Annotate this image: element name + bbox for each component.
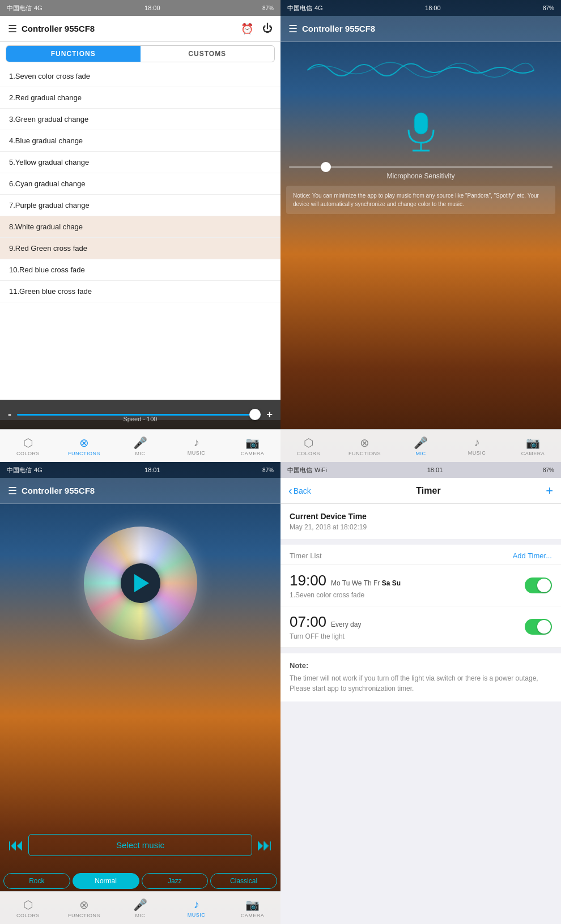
- music-genre-bar: Rock Normal Jazz Classical: [0, 873, 280, 889]
- functions-label-1: FUNCTIONS: [68, 451, 100, 456]
- speed-slider-thumb[interactable]: [249, 409, 261, 420]
- functions-label-2: FUNCTIONS: [348, 451, 381, 456]
- function-item[interactable]: 10.Red blue cross fade: [0, 259, 280, 281]
- select-music-btn[interactable]: Select music: [28, 834, 252, 856]
- music-prev-btn[interactable]: ⏮: [8, 836, 24, 854]
- mic-slider-thumb[interactable]: [321, 162, 331, 172]
- panel-music: 中国电信 4G 18:01 87% ☰ Controller 955CF8 ⏮ …: [0, 462, 280, 924]
- timer-2-action: Turn OFF the light: [290, 632, 525, 640]
- speed-increase-btn[interactable]: +: [266, 409, 273, 421]
- nav-camera-1[interactable]: 📷 CAMERA: [224, 430, 280, 462]
- nav-colors-1[interactable]: ⬡ COLORS: [0, 430, 56, 462]
- camera-icon-1: 📷: [245, 436, 260, 450]
- timer-1-days: Mo Tu We Th Fr Sa Su: [331, 579, 401, 587]
- panel-functions: 中国电信 4G 18:00 87% ☰ Controller 955CF8 ⏰ …: [0, 0, 280, 462]
- nav-camera-2[interactable]: 📷 CAMERA: [505, 430, 561, 462]
- functions-icon-1: ⊗: [79, 436, 89, 450]
- note-title: Note:: [290, 661, 552, 670]
- timer-2-toggle[interactable]: [525, 619, 552, 635]
- timer-2-time: 07:00: [290, 613, 326, 631]
- music-controls: ⏮ Select music ⏭: [0, 834, 280, 856]
- carrier-4: 中国电信: [287, 466, 312, 474]
- battery-1: 87%: [262, 5, 274, 11]
- nav-mic-3[interactable]: 🎤 MIC: [112, 892, 168, 924]
- time-1: 18:00: [144, 5, 160, 11]
- nav-mic-2[interactable]: 🎤 MIC: [393, 430, 449, 462]
- alarm-icon[interactable]: ⏰: [241, 23, 253, 35]
- device-time-value: May 21, 2018 at 18:02:19: [290, 523, 552, 531]
- music-next-btn[interactable]: ⏭: [257, 836, 273, 854]
- time-4: 18:01: [427, 467, 443, 473]
- nav-music-1[interactable]: ♪ MUSIC: [168, 430, 224, 462]
- add-timer-btn[interactable]: +: [546, 484, 553, 498]
- nav-functions-3[interactable]: ⊗ FUNCTIONS: [56, 892, 112, 924]
- function-item[interactable]: 5.Yellow gradual change: [0, 152, 280, 173]
- bottom-nav-1: ⬡ COLORS ⊗ FUNCTIONS 🎤 MIC ♪ MUSIC 📷 CAM…: [0, 429, 280, 462]
- mic-slider-track[interactable]: [289, 166, 552, 168]
- genre-rock[interactable]: Rock: [3, 873, 70, 889]
- music-label-1: MUSIC: [188, 450, 206, 456]
- time-3: 18:01: [144, 467, 160, 473]
- status-bar-3: 中国电信 4G 18:01 87%: [0, 462, 280, 478]
- music-disc[interactable]: [84, 527, 197, 640]
- colors-label-1: COLORS: [16, 451, 40, 456]
- add-timer-link[interactable]: Add Timer...: [513, 551, 552, 560]
- svg-rect-0: [414, 113, 428, 134]
- menu-icon-3[interactable]: ☰: [8, 485, 17, 497]
- colors-icon-1: ⬡: [23, 436, 33, 450]
- timer-1-time: 19:00: [290, 572, 326, 589]
- microphone-icon: [404, 110, 438, 155]
- battery-3: 87%: [262, 467, 274, 473]
- timer-list-label: Timer List: [290, 551, 322, 560]
- function-item[interactable]: 7.Purple gradual change: [0, 195, 280, 216]
- carrier-3: 中国电信: [7, 466, 32, 474]
- music-icon-3: ♪: [194, 898, 199, 911]
- genre-classical[interactable]: Classical: [210, 873, 277, 889]
- function-item[interactable]: 11.Green blue cross fade: [0, 281, 280, 302]
- timer-1-toggle[interactable]: [525, 578, 552, 593]
- nav-music-3[interactable]: ♪ MUSIC: [168, 892, 224, 924]
- camera-icon-3: 📷: [245, 898, 260, 912]
- mic-sensitivity-slider[interactable]: [289, 166, 552, 168]
- genre-jazz[interactable]: Jazz: [142, 873, 209, 889]
- nav-camera-3[interactable]: 📷 CAMERA: [224, 892, 280, 924]
- timer-item-2: 07:00 Every day Turn OFF the light: [280, 606, 561, 648]
- nav-colors-3[interactable]: ⬡ COLORS: [0, 892, 56, 924]
- mic-wave-area: [280, 42, 561, 93]
- music-label-3: MUSIC: [188, 912, 206, 918]
- top-nav-2: ☰ Controller 955CF8: [280, 16, 561, 42]
- function-item[interactable]: 3.Green gradual change: [0, 109, 280, 130]
- network-3: 4G: [34, 467, 42, 473]
- timer-item-1: 19:00 Mo Tu We Th Fr Sa Su 1.Seven color…: [280, 565, 561, 606]
- function-item[interactable]: 1.Seven color cross fade: [0, 66, 280, 87]
- nav-functions-1[interactable]: ⊗ FUNCTIONS: [56, 430, 112, 462]
- genre-normal[interactable]: Normal: [73, 873, 139, 889]
- note-text: The timer will not work if you turn off …: [290, 673, 552, 694]
- function-item[interactable]: 6.Cyan gradual change: [0, 173, 280, 195]
- speed-decrease-btn[interactable]: -: [8, 409, 11, 421]
- nav-music-2[interactable]: ♪ MUSIC: [449, 430, 505, 462]
- nav-functions-2[interactable]: ⊗ FUNCTIONS: [337, 430, 393, 462]
- back-button[interactable]: ‹ Back: [288, 484, 311, 497]
- status-bar-1: 中国电信 4G 18:00 87%: [0, 0, 280, 16]
- tab-customs[interactable]: CUSTOMS: [141, 46, 275, 62]
- speed-label: Speed - 100: [124, 416, 158, 422]
- function-item[interactable]: 9.Red Green cross fade: [0, 238, 280, 259]
- mic-label-2: MIC: [416, 451, 426, 456]
- nav-mic-1[interactable]: 🎤 MIC: [112, 430, 168, 462]
- menu-icon-2[interactable]: ☰: [288, 23, 298, 35]
- play-button[interactable]: [134, 574, 149, 592]
- tab-functions[interactable]: FUNCTIONS: [6, 46, 141, 62]
- function-item[interactable]: 4.Blue gradual change: [0, 130, 280, 152]
- mic-icon-1: 🎤: [133, 436, 147, 450]
- function-item[interactable]: 8.White gradual chage: [0, 216, 280, 238]
- menu-icon-1[interactable]: ☰: [8, 23, 17, 35]
- power-icon[interactable]: ⏻: [262, 23, 273, 35]
- function-item[interactable]: 2.Red gradual change: [0, 87, 280, 109]
- app-title-3: Controller 955CF8: [22, 486, 273, 495]
- nav-colors-2[interactable]: ⬡ COLORS: [280, 430, 337, 462]
- top-nav-1: ☰ Controller 955CF8 ⏰ ⏻: [0, 16, 280, 42]
- toggle-knob-2: [537, 620, 551, 634]
- carrier-2: 中国电信: [287, 4, 312, 12]
- toggle-knob: [537, 579, 551, 592]
